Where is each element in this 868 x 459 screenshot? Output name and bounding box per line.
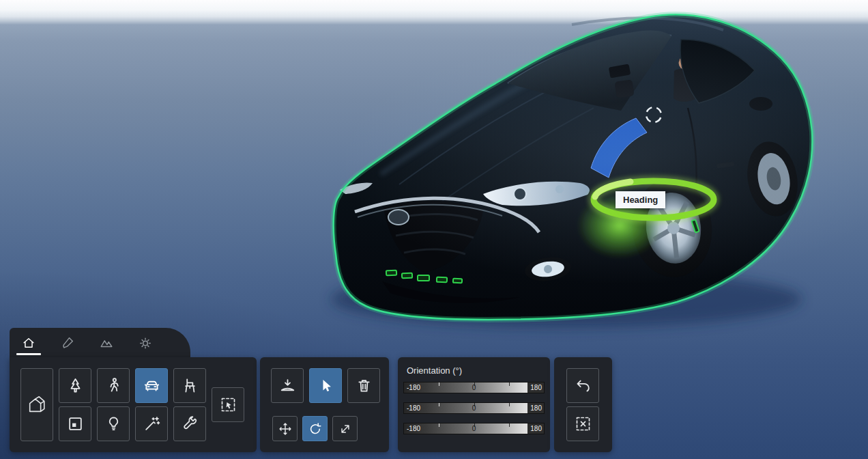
scale-tool-button[interactable] (332, 416, 358, 441)
door-seam (682, 108, 697, 266)
mountains-icon (99, 335, 114, 350)
asset-decal-button[interactable] (59, 406, 91, 441)
tab-terrain[interactable] (93, 328, 120, 357)
roof-highlight (572, 18, 723, 30)
slider-tick (509, 423, 510, 427)
orientation-slider-y-track[interactable]: -180 0 180 (403, 402, 545, 414)
asset-tree-button[interactable] (59, 368, 91, 403)
windshield (508, 30, 671, 111)
orientation-slider-z[interactable]: -180 0 180 (403, 423, 545, 435)
orientation-slider-z-track[interactable]: -180 0 180 (403, 423, 545, 434)
slider-min-label: -180 (407, 405, 420, 412)
slider-tick (439, 403, 439, 406)
slider-mid-label: 0 (472, 385, 476, 391)
chrome-wing (355, 198, 539, 232)
marquee-select-icon (219, 395, 237, 414)
select-tool-button[interactable] (309, 368, 342, 403)
pedestrian-icon (104, 376, 123, 395)
direction-arrow (591, 118, 647, 178)
heading-ring-label: Heading (616, 191, 665, 208)
driver-figure (674, 56, 699, 102)
scale-icon (338, 421, 353, 436)
slider-tick (509, 382, 510, 386)
slider-tick (509, 403, 510, 406)
undo-icon (574, 376, 592, 395)
orientation-panel-title: Orientation (°) (407, 365, 550, 376)
asset-props-button[interactable] (173, 368, 206, 403)
orientation-slider-y[interactable]: -180 0 180 (403, 402, 545, 415)
orientation-panel: Orientation (°) -180 0 180 -180 0 180 (398, 357, 550, 452)
slider-min-label: -180 (407, 385, 420, 391)
seat-headrest (614, 79, 634, 98)
slider-max-label: 180 (530, 385, 542, 391)
slider-min-label: -180 (407, 426, 420, 432)
rotate-icon (308, 421, 323, 436)
tab-paint[interactable] (54, 328, 81, 357)
marquee-select-button[interactable] (212, 387, 244, 422)
home-icon (21, 335, 36, 350)
headlight-right (483, 182, 590, 206)
magic-wand-icon (143, 415, 161, 433)
headlight-projector (514, 188, 526, 200)
orientation-slider-x-track[interactable]: -180 0 180 (403, 382, 545, 393)
chair-icon (181, 376, 199, 395)
door-handle (717, 161, 735, 169)
headlight-led (555, 185, 564, 193)
tab-weather[interactable] (132, 328, 159, 357)
delete-button[interactable] (347, 368, 380, 403)
side-mirror (749, 97, 772, 111)
lightbulb-icon (104, 415, 123, 433)
asset-building-button[interactable] (20, 368, 53, 441)
tab-home[interactable] (15, 328, 42, 357)
hood-crease-2 (437, 108, 594, 205)
paintbrush-icon (60, 335, 75, 350)
place-on-ground-icon (278, 376, 297, 395)
asset-vehicle-button[interactable] (135, 368, 168, 403)
headlight-left (340, 182, 373, 194)
car-icon (143, 376, 161, 395)
rear-wheel (742, 138, 803, 221)
undo-button[interactable] (566, 368, 599, 403)
side-window (680, 40, 755, 103)
brand-badge (388, 210, 409, 225)
selection-outline (334, 14, 813, 320)
chrome-wing-shadow (358, 205, 502, 217)
fog-light (523, 255, 573, 283)
deselect-icon (574, 415, 592, 433)
rotate-tool-button[interactable] (302, 416, 328, 441)
asset-effects-button[interactable] (135, 406, 168, 441)
move-tool-button[interactable] (272, 416, 298, 441)
selection-outline-glow (334, 14, 813, 320)
a-pillar-highlight (508, 36, 671, 83)
grille-mesh (392, 214, 478, 254)
decal-icon (66, 415, 85, 433)
slider-max-label: 180 (530, 426, 542, 432)
asset-library-panel (10, 357, 257, 452)
app-window: Heading (0, 0, 868, 459)
car-ground-shadow (331, 270, 802, 328)
sun-icon (138, 335, 153, 350)
place-on-ground-button[interactable] (271, 368, 304, 403)
wrench-icon (181, 415, 199, 433)
slider-mid-label: 0 (472, 426, 476, 432)
move-icon (278, 421, 293, 436)
cursor-icon (317, 376, 335, 395)
sensor-leds (386, 220, 699, 283)
asset-tools-button[interactable] (173, 406, 206, 441)
trash-icon (355, 376, 373, 395)
car-body[interactable] (334, 14, 813, 320)
slider-max-label: 180 (530, 405, 542, 412)
tree-icon (66, 376, 85, 395)
slider-mid-label: 0 (472, 405, 476, 412)
asset-light-button[interactable] (97, 406, 130, 441)
hood-crease (399, 87, 554, 184)
rearview-mirror (609, 64, 631, 79)
orientation-slider-x[interactable]: -180 0 180 (403, 382, 545, 394)
slider-tick (439, 423, 439, 427)
tab-bar (10, 328, 190, 357)
hood-highlight (379, 52, 607, 176)
target-marker (643, 105, 663, 124)
asset-pedestrian-button[interactable] (97, 368, 130, 403)
building-icon (27, 395, 47, 415)
deselect-button[interactable] (566, 406, 599, 441)
